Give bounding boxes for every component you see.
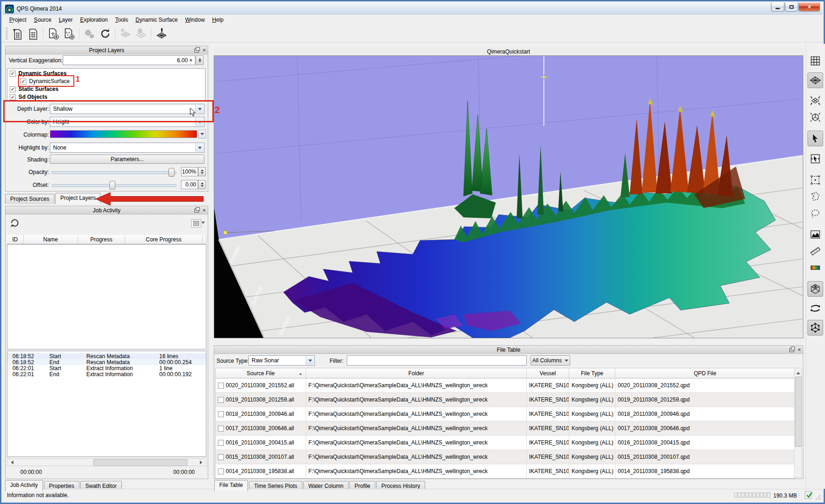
column-header-vessel[interactable]: Vessel: [527, 368, 569, 378]
measure-tool-icon[interactable]: [807, 243, 823, 259]
tab-job-activity[interactable]: Job Activity: [5, 480, 43, 491]
depth-layer-combobox[interactable]: Shallow: [50, 104, 205, 114]
processing-settings-icon[interactable]: [82, 26, 97, 41]
columns-selector-button[interactable]: All Columns: [530, 355, 570, 366]
point-select-icon[interactable]: [807, 172, 823, 188]
menu-help[interactable]: Help: [209, 15, 228, 24]
chevron-down-icon[interactable]: [306, 356, 314, 365]
log-row[interactable]: 06:22:01StartExtract Information1 line: [7, 365, 206, 371]
scroll-right-icon[interactable]: [198, 459, 206, 466]
column-header-id[interactable]: ID: [7, 235, 24, 244]
close-panel-icon[interactable]: ×: [202, 208, 206, 213]
tree-item-sd-objects[interactable]: ✓ Sd Objects: [10, 94, 48, 100]
toolbar-grip[interactable]: [6, 28, 8, 40]
menu-layer[interactable]: Layer: [55, 15, 76, 24]
close-button[interactable]: ✕: [799, 3, 820, 12]
scrollbar-thumb[interactable]: [795, 377, 802, 447]
job-list-empty[interactable]: [7, 244, 206, 349]
reload-icon[interactable]: [97, 26, 113, 41]
column-header-source-file[interactable]: Source File: [216, 368, 306, 378]
row-checkbox[interactable]: [218, 454, 224, 460]
log-ok-icon[interactable]: [804, 491, 813, 501]
row-checkbox[interactable]: [218, 383, 224, 389]
maximize-button[interactable]: [785, 3, 798, 12]
close-panel-icon[interactable]: ×: [797, 347, 801, 352]
opacity-value[interactable]: 100%: [181, 167, 198, 176]
column-header-qpd-file[interactable]: QPD File: [615, 368, 795, 378]
row-checkbox[interactable]: [218, 411, 224, 417]
chevron-down-icon[interactable]: [195, 144, 204, 152]
zoom-to-surface-icon[interactable]: [807, 93, 823, 108]
chevron-down-icon[interactable]: [195, 105, 204, 113]
vertical-exaggeration-spinner[interactable]: [196, 55, 204, 65]
log-row[interactable]: 06:18:52EndRescan Metadata00:00:00.254: [7, 359, 206, 365]
log-row[interactable]: 06:22:01EndExtract Information00:00:00.1…: [7, 371, 206, 377]
column-header-progress[interactable]: Progress: [78, 235, 125, 244]
file-row[interactable]: 0014_20110308_195838.all F:\QimeraQuicks…: [216, 464, 795, 479]
opacity-slider-thumb[interactable]: [169, 168, 175, 177]
file-row[interactable]: 0017_20110308_200646.all F:\QimeraQuicks…: [216, 421, 795, 436]
highlight-by-combobox[interactable]: None: [50, 143, 205, 153]
mesh-cube-view-icon[interactable]: [807, 281, 823, 297]
minimize-button[interactable]: [771, 3, 784, 12]
lasso-select-icon[interactable]: [807, 205, 823, 221]
menu-source[interactable]: Source: [30, 15, 55, 24]
project-layers-header[interactable]: Project Layers ×: [6, 46, 208, 54]
add-raw-sonar-files-icon[interactable]: [46, 26, 61, 41]
flat-mesh-view-icon[interactable]: [807, 72, 823, 88]
column-header-name[interactable]: Name: [24, 235, 78, 244]
checkbox-checked-icon[interactable]: ✓: [10, 86, 16, 92]
job-activity-header[interactable]: Job Activity ×: [6, 206, 208, 215]
tree-item-dynamic-surfaces[interactable]: ✓ Dynamic Surfaces: [10, 70, 66, 77]
checkbox-checked-icon[interactable]: ✓: [20, 78, 26, 84]
tab-project-sources[interactable]: Project Sources: [5, 194, 54, 204]
add-processed-points-icon[interactable]: x xx: [61, 26, 77, 41]
refresh-jobs-icon[interactable]: [9, 217, 20, 228]
select-cursor-icon[interactable]: [807, 131, 823, 146]
log-row[interactable]: 06:18:52StartRescan Metadata16 lines: [7, 353, 206, 359]
scroll-left-icon[interactable]: [7, 459, 15, 466]
job-view-menu-icon[interactable]: [191, 219, 201, 228]
tab-project-layers[interactable]: Project Layers: [55, 193, 101, 204]
opacity-spinner[interactable]: [198, 167, 206, 176]
viewport-title-bar[interactable]: QimeraQuickstart: [214, 48, 803, 55]
job-log-list[interactable]: 06:18:52StartRescan Metadata16 lines 06:…: [7, 351, 206, 457]
menu-window[interactable]: Window: [181, 15, 209, 24]
file-table-header[interactable]: File Table ×: [214, 346, 803, 354]
column-header-core-progress[interactable]: Core Progress: [125, 235, 203, 244]
tree-item-static-surfaces[interactable]: ✓ Static Surfaces: [10, 86, 59, 92]
zoom-extents-icon[interactable]: [807, 109, 823, 125]
pick-select-icon[interactable]: [807, 151, 823, 167]
create-static-surface-icon[interactable]: [25, 26, 41, 41]
float-panel-icon[interactable]: [194, 48, 199, 53]
source-type-combobox[interactable]: Raw Sonar: [248, 355, 315, 366]
scroll-up-icon[interactable]: [795, 368, 801, 376]
scrollbar-thumb[interactable]: [93, 459, 187, 466]
colorbar-tool-icon[interactable]: [807, 260, 823, 276]
row-checkbox[interactable]: [218, 468, 224, 474]
tree-item-dynamicsurface[interactable]: ✓ DynamicSurface: [20, 78, 70, 84]
menu-dynamic-surface[interactable]: Dynamic Surface: [132, 15, 181, 24]
create-dynamic-surface-icon[interactable]: [10, 26, 25, 41]
tab-file-table[interactable]: File Table: [214, 480, 248, 491]
checkbox-checked-icon[interactable]: ✓: [10, 71, 16, 77]
checkbox-checked-icon[interactable]: ✓: [10, 94, 16, 100]
scene-3d-view[interactable]: 3142800 3142650 3142500: [214, 55, 803, 338]
colormap-bar[interactable]: [50, 130, 197, 138]
menu-project[interactable]: Project: [6, 15, 30, 24]
file-row[interactable]: 0016_20110308_200415.all F:\QimeraQuicks…: [216, 436, 795, 450]
edit-surface-icon[interactable]: [154, 26, 169, 41]
column-header-file-type[interactable]: File Type: [569, 368, 615, 378]
file-row[interactable]: 0020_20110308_201552.all F:\QimeraQuicks…: [216, 378, 795, 393]
row-checkbox[interactable]: [218, 440, 224, 446]
grid-surface-icon[interactable]: [118, 26, 133, 41]
menu-tools[interactable]: Tools: [111, 15, 132, 24]
column-header-folder[interactable]: Folder: [306, 368, 527, 378]
rotate-view-icon[interactable]: [807, 300, 823, 316]
locked-surface-icon[interactable]: [133, 26, 149, 41]
offset-slider-thumb[interactable]: [109, 181, 115, 190]
vertical-exaggeration-input[interactable]: 6.00 ×: [63, 55, 195, 65]
file-row[interactable]: 0018_20110308_200946.all F:\QimeraQuicks…: [216, 407, 795, 421]
chevron-down-icon[interactable]: [195, 118, 204, 126]
float-panel-icon[interactable]: [194, 209, 199, 213]
